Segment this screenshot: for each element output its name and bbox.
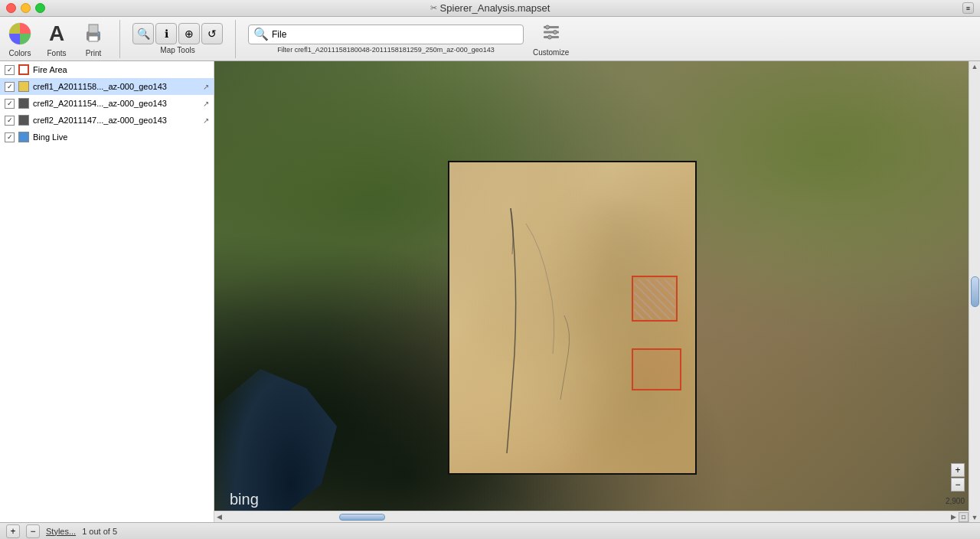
- print-button[interactable]: Print: [80, 20, 107, 57]
- layer-label-bing: Bing Live: [33, 132, 209, 142]
- add-icon: +: [10, 526, 15, 537]
- layer-swatch-bing: [18, 132, 29, 142]
- window-title: ✂ Spierer_Analysis.mapset: [430, 2, 550, 14]
- scrollbar-thumb-v[interactable]: [971, 276, 979, 307]
- layer-label-crefl1: crefl1_A2011158..._az-000_geo143: [33, 82, 199, 91]
- window-resize-button[interactable]: ≡: [962, 2, 974, 14]
- expand-arrow-crefl1[interactable]: ↗: [203, 83, 209, 91]
- customize-button[interactable]: Customize: [533, 21, 569, 57]
- customize-icon: [541, 21, 562, 47]
- scrollbar-thumb-h[interactable]: [339, 514, 385, 521]
- add-layer-button[interactable]: +: [6, 524, 20, 538]
- zoom-level: 2,900: [946, 497, 965, 505]
- refresh-tool-button[interactable]: ↺: [201, 23, 223, 44]
- sidebar: Fire Area crefl1_A2011158..._az-000_geo1…: [0, 61, 214, 522]
- layer-swatch-fire-area: [18, 64, 29, 75]
- svg-rect-2: [89, 24, 98, 33]
- scroll-up-button[interactable]: ▲: [969, 61, 981, 71]
- colors-icon: [6, 20, 34, 47]
- colors-button[interactable]: Colors: [6, 20, 34, 57]
- fire-area-rect-2: [632, 348, 681, 390]
- layer-label-fire-area: Fire Area: [33, 65, 209, 74]
- scroll-left-button[interactable]: ◀: [214, 512, 224, 522]
- layer-swatch-crefl2-1: [18, 98, 29, 109]
- filter-wrapper: 🔍 Filter crefl1_A2011158180048-201115818…: [248, 24, 524, 54]
- map-tools-icons: 🔍 ℹ ⊕ ↺: [132, 23, 223, 44]
- svg-point-6: [545, 25, 549, 29]
- minimize-button[interactable]: [21, 3, 31, 13]
- sidebar-item-crefl1[interactable]: crefl1_A2011158..._az-000_geo143 ↗: [0, 78, 214, 95]
- zoom-out-button[interactable]: −: [951, 478, 965, 492]
- toolbar-separator-2: [235, 20, 236, 58]
- main-area: Fire Area crefl1_A2011158..._az-000_geo1…: [0, 61, 980, 522]
- fire-hatch-pattern: [634, 279, 675, 319]
- window-controls[interactable]: [6, 3, 45, 13]
- scrollbar-track-h[interactable]: [224, 511, 949, 522]
- sidebar-item-fire-area[interactable]: Fire Area: [0, 61, 214, 78]
- layer-label-crefl2-2: crefl2_A2011147..._az-000_geo143: [33, 116, 199, 125]
- fonts-label: Fonts: [47, 49, 66, 57]
- layer-checkbox-crefl1[interactable]: [5, 82, 15, 92]
- remove-layer-button[interactable]: −: [26, 524, 40, 538]
- layer-checkbox-crefl2-1[interactable]: [5, 99, 15, 109]
- zoom-controls: + −: [951, 463, 965, 492]
- map-area[interactable]: bing + − 2,900 ▲ ▼ ◀ ▶ □: [214, 61, 980, 522]
- svg-point-10: [547, 35, 551, 39]
- sidebar-item-crefl2-1[interactable]: crefl2_A2011154..._az-000_geo143 ↗: [0, 95, 214, 112]
- expand-arrow-crefl2-2[interactable]: ↗: [203, 116, 209, 125]
- filter-bar[interactable]: 🔍: [248, 24, 524, 44]
- customize-label: Customize: [533, 48, 569, 57]
- print-label: Print: [86, 49, 102, 57]
- print-icon: [80, 20, 107, 47]
- fonts-button[interactable]: A Fonts: [43, 20, 70, 57]
- info-tool-button[interactable]: ℹ: [155, 23, 177, 44]
- layer-checkbox-crefl2-2[interactable]: [5, 116, 15, 126]
- map-tools-group: 🔍 ℹ ⊕ ↺ Map Tools: [132, 23, 223, 54]
- sidebar-item-crefl2-2[interactable]: crefl2_A2011147..._az-000_geo143 ↗: [0, 112, 214, 129]
- colors-label: Colors: [9, 49, 31, 57]
- map-scrollbar-vertical[interactable]: ▲ ▼: [969, 61, 980, 522]
- sidebar-item-bing-live[interactable]: Bing Live: [0, 129, 214, 145]
- add-tool-button[interactable]: ⊕: [178, 23, 200, 44]
- scroll-full-button[interactable]: □: [959, 512, 969, 522]
- svg-rect-3: [89, 36, 98, 41]
- styles-button[interactable]: Styles...: [46, 527, 76, 536]
- bing-label: bing: [230, 491, 259, 508]
- svg-point-8: [553, 30, 557, 34]
- layer-checkbox-fire-area[interactable]: [5, 65, 15, 75]
- fonts-icon: A: [43, 20, 70, 47]
- title-text: Spierer_Analysis.mapset: [440, 2, 550, 14]
- page-info: 1 out of 5: [82, 527, 117, 536]
- filter-label: Filter crefl1_A2011158180048-20111581812…: [277, 46, 495, 54]
- titlebar: ✂ Spierer_Analysis.mapset ≡: [0, 0, 980, 17]
- scroll-down-button[interactable]: ▼: [969, 512, 981, 522]
- scroll-right-button[interactable]: ▶: [949, 512, 959, 522]
- search-icon: 🔍: [253, 27, 269, 41]
- expand-arrow-crefl2-1[interactable]: ↗: [203, 100, 209, 108]
- title-icon: ✂: [430, 3, 437, 13]
- map-scrollbar-horizontal[interactable]: ◀ ▶ □: [214, 511, 969, 522]
- statusbar: + − Styles... 1 out of 5: [0, 522, 980, 539]
- layer-swatch-crefl2-2: [18, 115, 29, 126]
- toolbar-separator-1: [119, 20, 120, 58]
- remove-icon: −: [30, 526, 35, 537]
- zoom-in-button[interactable]: +: [951, 463, 965, 477]
- zoom-tool-button[interactable]: 🔍: [132, 23, 154, 44]
- bing-watermark: bing: [230, 491, 259, 508]
- close-button[interactable]: [6, 3, 16, 13]
- scrollbar-track-v[interactable]: [969, 71, 981, 512]
- layer-label-crefl2-1: crefl2_A2011154..._az-000_geo143: [33, 99, 199, 108]
- maximize-button[interactable]: [35, 3, 45, 13]
- map-tools-label: Map Tools: [160, 46, 194, 54]
- toolbar: Colors A Fonts Print 🔍 ℹ ⊕ ↺ Map Tools 🔍: [0, 17, 980, 61]
- svg-rect-4: [97, 33, 100, 34]
- layer-checkbox-bing[interactable]: [5, 132, 15, 142]
- filter-input[interactable]: [272, 29, 518, 40]
- layer-swatch-crefl1: [18, 81, 29, 92]
